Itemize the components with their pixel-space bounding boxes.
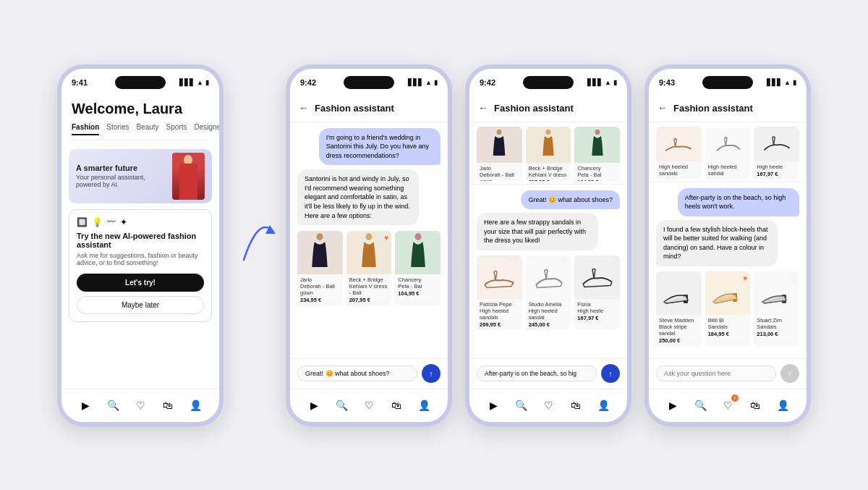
- cart-icon-4[interactable]: 🛍: [747, 397, 763, 413]
- phone1-header: Welcome, Laura Fashion Stories Beauty Sp…: [61, 95, 219, 143]
- phone2-bottom-nav: ▶ 🔍 ♡ 🛍 👤: [290, 389, 448, 422]
- square-icon: 🔲: [77, 217, 88, 227]
- dress-products-scrolled: JarloDeborah - Ball gown234,95 € Beck + …: [469, 124, 627, 185]
- lets-try-button[interactable]: Let's try!: [77, 274, 204, 292]
- chat-input-2[interactable]: [297, 366, 417, 381]
- block-heel-card-2[interactable]: ♥ Billil BlSandals184,95 €: [705, 271, 751, 346]
- dress-card-2[interactable]: ♥ Beck + BridgeKehlani V dress - Ball 20…: [346, 231, 392, 305]
- home-icon-4[interactable]: ▶: [665, 397, 681, 413]
- home-icon[interactable]: ▶: [77, 397, 93, 413]
- chat-title-2: Fashion assistant: [315, 103, 394, 114]
- dynamic-island-4: [702, 76, 753, 89]
- dress-card-3[interactable]: ♡ ChanceryPeta - Bal 104,95 €: [395, 231, 441, 305]
- ai-bubble-1: Santorini is hot and windy in July, so I…: [297, 169, 419, 225]
- home-icon-2[interactable]: ▶: [306, 397, 322, 413]
- banner-fashion-image: [172, 153, 205, 200]
- home-icon-3[interactable]: ▶: [485, 397, 501, 413]
- phone4-input-area: ↑: [649, 358, 807, 389]
- phone-2: 9:42 ▋▋▋ ▲ ▮ ← Fashion assistant I'm goi…: [286, 64, 452, 426]
- status-icons-3: ▋▋▋ ▲ ▮: [587, 79, 617, 86]
- welcome-title: Welcome, Laura: [72, 101, 209, 117]
- status-icons-4: ▋▋▋ ▲ ▮: [767, 79, 796, 86]
- back-button-2[interactable]: ←: [299, 102, 309, 114]
- phone3-input-area: ↑: [469, 358, 627, 389]
- sandal-scroll-3: High heele167,97 €: [754, 127, 799, 179]
- heart-sandal-2[interactable]: ♡: [561, 258, 568, 266]
- search-icon-2[interactable]: 🔍: [333, 397, 349, 413]
- nav-stories[interactable]: Stories: [106, 123, 129, 135]
- heart-sandal-3[interactable]: ♡: [610, 258, 617, 266]
- nav-fashion[interactable]: Fashion: [72, 123, 99, 135]
- svg-point-0: [184, 155, 192, 165]
- time-2: 9:42: [300, 78, 316, 87]
- banner-subtitle: Your personal assistant,powered by AI.: [76, 174, 145, 188]
- sandal-card-1[interactable]: ♡ Patrizia PepeHigh heeled sandals269,95…: [477, 255, 522, 330]
- cart-icon[interactable]: 🛍: [160, 397, 176, 413]
- block-heel-card-1[interactable]: ♡ Steve MaddenBlack stripe sandal250,00 …: [656, 271, 702, 346]
- sandal-card-2[interactable]: ♡ Studio AmeliaHigh heeled sandal245,00 …: [526, 255, 571, 330]
- sandal-scroll-1: High heeled sandals269,95 €: [656, 127, 702, 179]
- svg-point-2: [317, 233, 323, 240]
- time-1: 9:41: [72, 78, 88, 87]
- heart-dress-2[interactable]: ♥: [384, 234, 388, 242]
- ai-icons: 🔲 💡 〰 ✦: [77, 217, 204, 227]
- nav-designer[interactable]: Designer: [195, 123, 219, 135]
- phone-1: 9:41 ▋▋▋ ▲ ▮ Welcome, Laura Fashion Stor…: [57, 64, 224, 426]
- wishlist-icon-4[interactable]: ♡2: [720, 397, 736, 413]
- status-icons-1: ▋▋▋ ▲ ▮: [179, 79, 209, 86]
- block-heel-card-3[interactable]: ♡ Stuart ZimSandals213,00 €: [754, 271, 799, 346]
- time-3: 9:42: [480, 78, 495, 87]
- dress-name-3: ChanceryPeta - Bal: [398, 276, 438, 290]
- sandal-scroll-2: High heeled sandal245,00 €: [705, 127, 751, 179]
- svg-point-3: [366, 233, 373, 240]
- send-button-4[interactable]: ↑: [780, 364, 799, 383]
- send-button-3[interactable]: ↑: [601, 364, 620, 383]
- heart-block-1[interactable]: ♡: [692, 274, 699, 282]
- dress-card-scroll-1: JarloDeborah - Ball gown234,95 €: [477, 127, 522, 181]
- profile-icon-4[interactable]: 👤: [775, 397, 791, 413]
- wishlist-icon[interactable]: ♡: [132, 397, 148, 413]
- heart-dress-1[interactable]: ♡: [333, 234, 340, 242]
- battery-icon: ▮: [205, 79, 209, 86]
- chat-input-3[interactable]: [477, 366, 597, 381]
- phone1-content: Welcome, Laura Fashion Stories Beauty Sp…: [61, 95, 219, 422]
- dress-price-2: 207,95 €: [349, 297, 389, 303]
- phone4-chat-header: ← Fashion assistant: [649, 95, 807, 122]
- maybe-later-button[interactable]: Maybe later: [77, 296, 204, 314]
- profile-icon-2[interactable]: 👤: [416, 397, 432, 413]
- signal-icon: ▋▋▋: [179, 79, 195, 86]
- heart-block-3[interactable]: ♡: [790, 274, 796, 282]
- profile-icon-3[interactable]: 👤: [595, 397, 611, 413]
- svg-point-4: [414, 233, 421, 240]
- dress-name-1: JarloDeborah - Ball gown: [300, 276, 340, 296]
- phone3-bottom-nav: ▶ 🔍 ♡ 🛍 👤: [469, 389, 627, 422]
- cart-icon-2[interactable]: 🛍: [388, 397, 404, 413]
- sandal-card-3[interactable]: ♡ FsinaHigh heele167,97 €: [574, 255, 620, 330]
- nav-sports[interactable]: Sports: [166, 123, 187, 135]
- dress-product-row: ♡ JarloDeborah - Ball gown 234,95 €: [297, 231, 441, 305]
- wishlist-icon-2[interactable]: ♡: [361, 397, 377, 413]
- search-icon-3[interactable]: 🔍: [513, 397, 529, 413]
- heart-sandal-1[interactable]: ♡: [513, 258, 519, 266]
- back-button-3[interactable]: ←: [478, 102, 488, 114]
- dress-price-3: 104,95 €: [398, 290, 438, 297]
- sparkle-icon: ✦: [120, 217, 127, 227]
- cart-icon-3[interactable]: 🛍: [568, 397, 584, 413]
- sandal-product-row: ♡ Patrizia PepeHigh heeled sandals269,95…: [477, 255, 620, 330]
- dress-card-1[interactable]: ♡ JarloDeborah - Ball gown 234,95 €: [297, 231, 343, 305]
- back-button-4[interactable]: ←: [658, 102, 668, 114]
- wishlist-icon-3[interactable]: ♡: [540, 397, 556, 413]
- wifi-icon-3: ▲: [605, 79, 611, 86]
- block-heel-product-row: ♡ Steve MaddenBlack stripe sandal250,00 …: [656, 271, 799, 346]
- nav-beauty[interactable]: Beauty: [136, 123, 158, 135]
- chat-input-4[interactable]: [656, 366, 776, 381]
- sandal-products-scrolled: High heeled sandals269,95 € High heeled …: [649, 124, 807, 182]
- profile-icon[interactable]: 👤: [187, 397, 203, 413]
- phone4-content: ← Fashion assistant High heeled sandals2…: [649, 95, 807, 422]
- search-icon-4[interactable]: 🔍: [692, 397, 708, 413]
- send-button-2[interactable]: ↑: [422, 364, 441, 383]
- search-icon[interactable]: 🔍: [105, 397, 121, 413]
- heart-dress-3[interactable]: ♡: [431, 234, 438, 242]
- connector-arrow: [237, 202, 280, 289]
- heart-block-2[interactable]: ♥: [743, 274, 747, 282]
